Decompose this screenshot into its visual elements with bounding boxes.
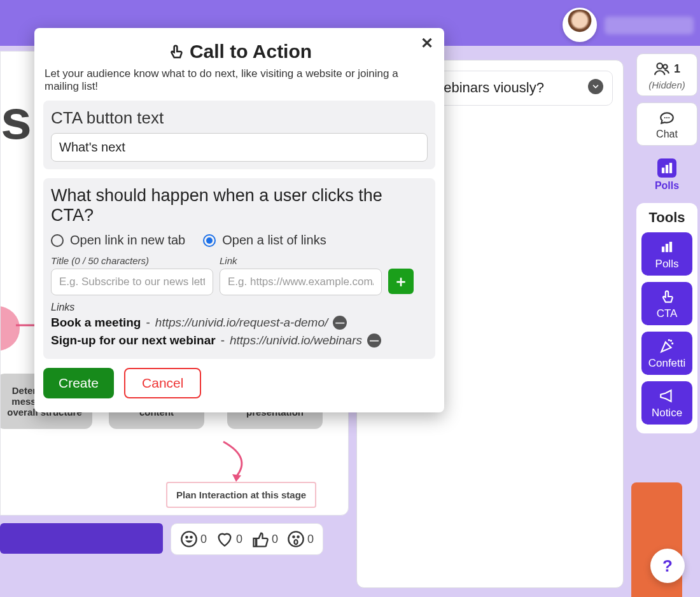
behavior-question: What should happen when a user clicks th…	[51, 186, 428, 225]
flow-node	[0, 306, 20, 351]
link-item: Book a meeting - https://univid.io/reque…	[51, 316, 428, 330]
link-item-url: https://univid.io/webinars	[230, 334, 362, 348]
tools-title: Tools	[641, 209, 692, 226]
people-icon	[654, 60, 670, 77]
tool-cta-label: CTA	[657, 307, 678, 320]
bottom-action-bar[interactable]	[0, 523, 163, 554]
user-name-blur	[605, 17, 694, 34]
reaction-thumbs-count: 0	[272, 533, 278, 546]
link-url-input[interactable]	[220, 269, 382, 295]
svg-rect-16	[666, 165, 668, 173]
reaction-wow[interactable]: 0	[287, 530, 314, 548]
svg-point-22	[672, 343, 673, 344]
chat-label: Chat	[656, 129, 678, 140]
cta-text-input[interactable]	[51, 133, 428, 162]
svg-point-23	[668, 339, 669, 341]
tool-notice-label: Notice	[652, 407, 682, 419]
cta-text-label: CTA button text	[51, 108, 428, 128]
radio-open-list-label: Open a list of links	[222, 233, 326, 248]
reaction-laugh[interactable]: 0	[180, 530, 207, 548]
cta-text-group: CTA button text	[43, 101, 435, 169]
pointer-icon	[167, 43, 185, 60]
svg-point-7	[293, 536, 294, 537]
svg-rect-17	[669, 163, 671, 172]
cta-behavior-group: What should happen when a user clicks th…	[43, 178, 435, 359]
reaction-laugh-count: 0	[200, 533, 207, 546]
link-url-label: Link	[220, 255, 382, 266]
megaphone-icon	[659, 388, 675, 404]
tool-confetti-label: Confetti	[648, 357, 686, 370]
svg-point-11	[663, 65, 668, 69]
tool-notice[interactable]: Notice	[641, 381, 692, 425]
svg-point-9	[294, 540, 297, 544]
radio-icon	[203, 234, 216, 247]
remove-link-button[interactable]: —	[333, 316, 347, 330]
cta-modal: ✕ Call to Action Let your audience know …	[34, 28, 444, 412]
radio-icon	[51, 234, 64, 247]
tool-polls-label: Polls	[655, 258, 679, 270]
link-item-url: https://univid.io/request-a-demo/	[155, 316, 328, 330]
reaction-wow-count: 0	[307, 533, 314, 546]
svg-rect-15	[662, 168, 664, 173]
links-list-label: Links	[51, 302, 428, 313]
viewers-count: 1	[674, 62, 680, 76]
confetti-icon	[659, 338, 675, 355]
svg-point-12	[664, 117, 666, 118]
chat-tile[interactable]: Chat	[636, 102, 697, 146]
svg-marker-2	[232, 474, 241, 482]
modal-title: Call to Action	[43, 41, 435, 62]
polls-tab-label: Polls	[655, 180, 679, 192]
svg-point-14	[668, 117, 669, 118]
polls-icon	[659, 239, 675, 255]
polls-icon	[659, 160, 675, 176]
create-button[interactable]: Create	[43, 368, 114, 398]
avatar[interactable]	[563, 8, 597, 42]
svg-point-21	[670, 340, 671, 341]
plan-interaction-box: Plan Interaction at this stage	[166, 482, 316, 508]
chevron-down-icon[interactable]	[588, 79, 603, 94]
pointer-icon	[659, 288, 675, 305]
radio-open-list[interactable]: Open a list of links	[203, 233, 326, 248]
curved-arrow-icon	[217, 439, 255, 483]
svg-point-8	[297, 536, 298, 537]
reactions-bar: 0 0 0 0	[171, 523, 323, 555]
svg-rect-19	[666, 244, 668, 252]
help-button[interactable]: ?	[650, 549, 685, 583]
svg-point-3	[181, 531, 196, 546]
link-item-title: Book a meeting	[51, 316, 141, 330]
radio-open-newtab[interactable]: Open link in new tab	[51, 233, 185, 248]
tool-cta[interactable]: CTA	[641, 282, 692, 325]
svg-point-5	[190, 537, 192, 538]
viewers-tile[interactable]: 1 (Hidden)	[636, 53, 697, 96]
svg-rect-20	[669, 242, 671, 251]
svg-point-4	[186, 537, 187, 538]
svg-point-10	[657, 63, 662, 69]
remove-link-button[interactable]: —	[367, 334, 381, 348]
chat-icon	[659, 109, 675, 126]
svg-rect-18	[662, 247, 664, 252]
close-icon[interactable]: ✕	[417, 34, 437, 53]
link-title-input[interactable]	[51, 269, 213, 295]
radio-open-newtab-label: Open link in new tab	[70, 233, 185, 248]
tool-confetti[interactable]: Confetti	[641, 332, 692, 375]
add-link-button[interactable]: ＋	[388, 269, 414, 294]
link-item: Sign-up for our next webinar - https://u…	[51, 334, 428, 348]
reaction-heart[interactable]: 0	[216, 530, 242, 548]
link-item-title: Sign-up for our next webinar	[51, 334, 216, 348]
cancel-button[interactable]: Cancel	[124, 368, 201, 398]
viewers-hidden-label: (Hidden)	[648, 80, 685, 90]
tools-card: Tools Polls CTA Confetti Notice	[636, 203, 697, 433]
right-sidebar: 1 (Hidden) Chat Polls Tools Polls CTA Co…	[636, 53, 697, 433]
modal-subtitle: Let your audience know what to do next, …	[43, 67, 435, 93]
svg-point-13	[666, 117, 668, 118]
reaction-heart-count: 0	[236, 533, 242, 546]
help-icon: ?	[662, 556, 673, 576]
tool-polls[interactable]: Polls	[641, 232, 692, 276]
reaction-thumbs[interactable]: 0	[251, 530, 278, 548]
polls-tab[interactable]: Polls	[636, 152, 697, 197]
link-title-label: Title (0 / 50 characters)	[51, 255, 213, 266]
